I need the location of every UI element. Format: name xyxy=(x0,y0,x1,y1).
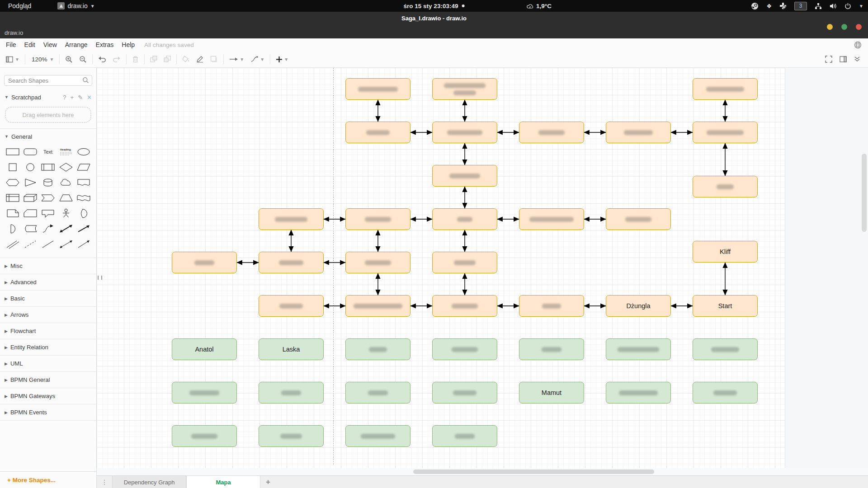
shape-actor[interactable] xyxy=(57,206,75,221)
diagram-node-start[interactable]: Start xyxy=(693,295,758,317)
diagram-node-redacted[interactable] xyxy=(259,252,324,273)
shape-link[interactable] xyxy=(4,236,21,251)
sidebar-section-bpmn-gateways[interactable]: ▶BPMN Gateways xyxy=(0,388,96,404)
shape-process[interactable] xyxy=(39,160,57,174)
diagram-node-mamut[interactable]: Mamut xyxy=(519,382,584,404)
general-section-header[interactable]: ▼ General xyxy=(0,131,96,141)
fullscreen-button[interactable] xyxy=(822,53,835,66)
diagram-node-redacted[interactable] xyxy=(345,208,410,230)
shape-hexagon[interactable] xyxy=(4,175,21,190)
menu-item-edit[interactable]: Edit xyxy=(20,41,39,48)
shape-data-storage[interactable] xyxy=(21,221,39,236)
diagram-node-anatol[interactable]: Anatol xyxy=(172,338,237,360)
menu-item-help[interactable]: Help xyxy=(118,41,139,48)
shape-callout[interactable] xyxy=(39,206,57,221)
tray-chevron-icon[interactable]: ▼ xyxy=(859,4,863,9)
zoom-out-button[interactable] xyxy=(76,53,90,66)
scratchpad-close-icon[interactable]: ✕ xyxy=(87,94,92,101)
fill-color-button[interactable] xyxy=(179,53,193,66)
zoom-level-button[interactable]: 120% ▼ xyxy=(28,53,57,66)
shape-square[interactable] xyxy=(4,160,21,174)
scratchpad-edit-icon[interactable]: ✎ xyxy=(78,94,83,101)
collapse-toolbar-button[interactable] xyxy=(851,53,863,66)
sidebar-section-bpmn-events[interactable]: ▶BPMN Events xyxy=(0,404,96,421)
sidebar-section-arrows[interactable]: ▶Arrows xyxy=(0,306,96,323)
shape-text[interactable]: Text xyxy=(39,144,57,159)
diagram-node-redacted[interactable] xyxy=(693,78,758,100)
shape-ellipse[interactable] xyxy=(75,144,93,159)
diagram-node-redacted[interactable] xyxy=(259,295,324,317)
diagram-node-redacted[interactable] xyxy=(345,252,410,273)
shape-arrow[interactable] xyxy=(75,221,93,236)
diagram-node-dżungla[interactable]: Dżungla xyxy=(606,295,671,317)
diagram-node-redacted[interactable] xyxy=(693,176,758,197)
zoom-in-button[interactable] xyxy=(62,53,76,66)
shape-parallelogram[interactable] xyxy=(75,160,93,174)
shape-document[interactable] xyxy=(75,175,93,190)
shape-cloud[interactable] xyxy=(57,175,75,190)
shape-diamond[interactable] xyxy=(57,160,75,174)
undo-button[interactable] xyxy=(95,53,109,66)
line-color-button[interactable] xyxy=(193,53,207,66)
tab-mapa[interactable]: Mapa xyxy=(186,476,260,488)
diagram-node-redacted[interactable] xyxy=(432,338,497,360)
diagram-node-redacted[interactable] xyxy=(172,382,237,404)
shape-rectangle[interactable] xyxy=(4,144,21,159)
delete-button[interactable] xyxy=(129,53,142,66)
menu-item-file[interactable]: File xyxy=(2,41,20,48)
shape-dashed-line[interactable] xyxy=(21,236,39,251)
to-front-button[interactable] xyxy=(147,53,160,66)
sidebar-section-basic[interactable]: ▶Basic xyxy=(0,290,96,306)
sidebar-section-entity-relation[interactable]: ▶Entity Relation xyxy=(0,339,96,355)
activities-button[interactable]: Podgląd xyxy=(5,2,34,9)
sidebar-resize-handle[interactable] xyxy=(98,276,102,280)
shape-and[interactable] xyxy=(4,221,21,236)
insert-button[interactable]: ▼ xyxy=(273,53,292,66)
diagram-node-redacted[interactable] xyxy=(259,208,324,230)
shape-cylinder[interactable] xyxy=(39,175,57,190)
shape-cube[interactable] xyxy=(21,190,39,205)
diagram-node-redacted[interactable] xyxy=(345,425,410,447)
shape-textbox[interactable]: Heading xyxy=(57,144,75,159)
shape-internal-storage[interactable] xyxy=(4,190,21,205)
shape-card[interactable] xyxy=(21,206,39,221)
close-button[interactable] xyxy=(856,24,862,30)
diagram-node-redacted[interactable] xyxy=(519,338,584,360)
canvas[interactable]: KliffDżunglaStartAnatolLaskaMamut xyxy=(97,68,868,468)
shadow-button[interactable] xyxy=(207,53,221,66)
diagram-node-redacted[interactable] xyxy=(432,165,497,187)
language-globe-icon[interactable] xyxy=(854,41,862,49)
diagram-node-redacted[interactable] xyxy=(345,382,410,404)
clock[interactable]: śro 15 sty 23:03:49 xyxy=(404,3,458,9)
menu-item-view[interactable]: View xyxy=(39,41,61,48)
shape-directional-connector[interactable] xyxy=(75,236,93,251)
scratchpad-add-icon[interactable]: + xyxy=(71,94,74,101)
shape-rounded-rectangle[interactable] xyxy=(21,144,39,159)
shape-triangle[interactable] xyxy=(21,175,39,190)
diagram-node-redacted[interactable] xyxy=(519,122,584,143)
sidebar-section-flowchart[interactable]: ▶Flowchart xyxy=(0,323,96,339)
shape-note[interactable] xyxy=(4,206,21,221)
format-panel-toggle-button[interactable] xyxy=(836,53,850,66)
diagram-node-redacted[interactable] xyxy=(432,122,497,143)
sidebar-section-uml[interactable]: ▶UML xyxy=(0,355,96,371)
diagram-node-redacted[interactable] xyxy=(432,252,497,273)
diagram-node-redacted[interactable] xyxy=(432,295,497,317)
power-icon[interactable] xyxy=(844,3,851,9)
diagram-node-redacted[interactable] xyxy=(172,252,237,273)
diagram-node-redacted[interactable] xyxy=(606,382,671,404)
diagram-node-redacted[interactable] xyxy=(345,295,410,317)
shape-bidirectional-connector[interactable] xyxy=(57,236,75,251)
diagram-node-redacted[interactable] xyxy=(432,208,497,230)
shape-circle[interactable] xyxy=(21,160,39,174)
diagram-node-redacted[interactable] xyxy=(693,122,758,143)
diagram-node-redacted[interactable] xyxy=(259,382,324,404)
diagram-node-redacted[interactable] xyxy=(606,122,671,143)
diagram-node-kliff[interactable]: Kliff xyxy=(693,241,758,263)
pages-menu-button[interactable]: ⋮ xyxy=(97,476,112,488)
to-back-button[interactable] xyxy=(160,53,174,66)
diagram-node-redacted[interactable] xyxy=(345,338,410,360)
search-shapes-input[interactable] xyxy=(4,75,92,86)
diagram-node-redacted[interactable] xyxy=(432,382,497,404)
diagram-node-redacted[interactable] xyxy=(259,425,324,447)
